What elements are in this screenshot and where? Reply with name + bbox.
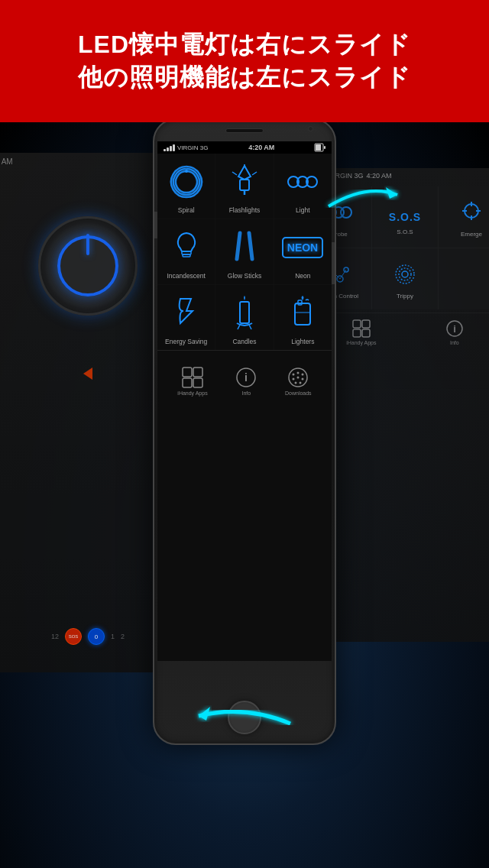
phone-screen: VIRGIN 3G 4:20 AM Spiral — [157, 141, 332, 661]
svg-rect-20 — [353, 320, 361, 328]
emerge-icon — [459, 202, 484, 228]
phone-statusbar: VIRGIN 3G 4:20 AM — [157, 141, 332, 154]
svg-point-30 — [185, 170, 188, 173]
lighters-label: Lighters — [291, 338, 314, 345]
light-label: Light — [296, 206, 309, 214]
right-cell-trippy[interactable]: Trippy — [372, 248, 438, 309]
svg-rect-55 — [193, 378, 202, 387]
app-cell-energysaving[interactable]: Energy Saving — [157, 285, 215, 350]
svg-rect-29 — [324, 146, 325, 149]
svg-point-65 — [295, 381, 297, 384]
svg-point-19 — [402, 271, 408, 277]
svg-rect-32 — [240, 180, 249, 190]
svg-rect-21 — [362, 320, 370, 328]
energysaving-label: Energy Saving — [165, 338, 207, 345]
nav-ihandy-apps[interactable]: iHandy Apps — [177, 367, 207, 396]
time-label: 4:20 AM — [248, 144, 274, 151]
app-cell-glowsticks[interactable]: Glow Sticks — [215, 219, 273, 284]
svg-text:NEON: NEON — [287, 241, 318, 254]
svg-line-48 — [249, 325, 251, 329]
emerge-label: Emerge — [461, 231, 482, 238]
nav-info[interactable]: i Info — [235, 367, 257, 396]
trippy-icon — [393, 264, 417, 290]
svg-rect-28 — [316, 144, 321, 151]
svg-point-64 — [302, 377, 304, 380]
svg-text:i: i — [453, 323, 456, 335]
svg-point-59 — [293, 373, 295, 375]
header-line1: LED懐中電灯は右にスライド — [78, 28, 411, 61]
svg-point-18 — [399, 268, 411, 280]
indicator-label-12: 12 — [51, 633, 59, 640]
nav-downloads[interactable]: Downloads — [285, 367, 312, 396]
main-phone: VIRGIN 3G 4:20 AM Spiral — [153, 118, 336, 745]
sos-label: S.O.S — [397, 228, 413, 235]
svg-rect-53 — [193, 368, 202, 377]
svg-point-60 — [297, 371, 300, 374]
svg-rect-52 — [183, 368, 192, 377]
right-info-label: Info — [450, 340, 459, 345]
carrier-label: VIRGIN 3G — [177, 144, 208, 151]
app-cell-neon[interactable]: NEON Neon — [274, 219, 332, 284]
nav-info-label: Info — [241, 390, 251, 396]
app-cell-lighters[interactable]: Lighters — [274, 285, 332, 350]
candles-label: Candles — [232, 338, 256, 345]
app-cell-spiral[interactable]: Spiral — [157, 154, 215, 219]
incandescent-label: Incandescent — [167, 272, 206, 280]
svg-marker-31 — [238, 166, 251, 180]
neon-label: Neon — [295, 272, 310, 280]
app-cell-incandescent[interactable]: Incandescent — [157, 219, 215, 284]
indicator-label-1: 1 — [111, 633, 115, 640]
glowsticks-label: Glow Sticks — [228, 272, 261, 280]
nav-downloads-label: Downloads — [285, 390, 312, 396]
svg-rect-46 — [240, 302, 249, 323]
indicator-0: 0 — [88, 628, 105, 645]
right-cell-emerge[interactable]: Emerge — [439, 186, 489, 248]
svg-text:i: i — [244, 371, 248, 384]
svg-line-43 — [249, 233, 252, 259]
right-apps-label: iHandy Apps — [346, 340, 376, 345]
phone-app-grid: Spiral Flashlights — [157, 154, 332, 350]
phone-top-bar — [154, 120, 335, 141]
svg-line-34 — [232, 172, 237, 175]
svg-line-35 — [252, 172, 257, 175]
phone-shell: VIRGIN 3G 4:20 AM Spiral — [153, 118, 336, 745]
phone-camera — [308, 126, 313, 131]
svg-rect-23 — [362, 329, 370, 337]
arrow-top-right — [321, 176, 413, 217]
app-cell-flashlights[interactable]: Flashlights — [215, 154, 273, 219]
left-arrow-indicator — [83, 368, 92, 380]
nav-apps-label: iHandy Apps — [177, 390, 207, 396]
svg-point-66 — [300, 381, 302, 384]
svg-point-63 — [297, 376, 300, 378]
right-cell-empty — [439, 248, 489, 309]
svg-rect-54 — [183, 378, 192, 387]
indicator-sos: SOS — [65, 628, 82, 645]
right-nav-info[interactable]: i Info — [445, 319, 464, 345]
header-line2: 他の照明機能は左にスライド — [78, 61, 411, 94]
svg-point-62 — [293, 377, 295, 380]
app-cell-candles[interactable]: Candles — [215, 285, 273, 350]
arrow-bottom-left — [183, 701, 306, 750]
phone-speaker — [225, 128, 264, 133]
svg-rect-41 — [183, 254, 190, 257]
right-nav-apps[interactable]: iHandy Apps — [346, 319, 376, 345]
flashlights-label: Flashlights — [229, 206, 261, 214]
signal-bars — [164, 144, 175, 151]
header-banner: LED懐中電灯は右にスライド 他の照明機能は左にスライド — [0, 0, 489, 122]
svg-rect-22 — [353, 329, 361, 337]
spiral-label: Spiral — [178, 206, 195, 214]
trippy-label: Trippy — [397, 293, 413, 300]
indicator-label-2: 2 — [121, 633, 125, 640]
svg-line-42 — [237, 233, 240, 259]
phone-bottom-nav: iHandy Apps i Info — [157, 350, 332, 411]
power-circle[interactable] — [38, 216, 138, 316]
power-icon — [57, 235, 118, 296]
svg-point-61 — [302, 373, 304, 375]
svg-line-47 — [238, 325, 240, 329]
svg-rect-49 — [295, 303, 310, 325]
